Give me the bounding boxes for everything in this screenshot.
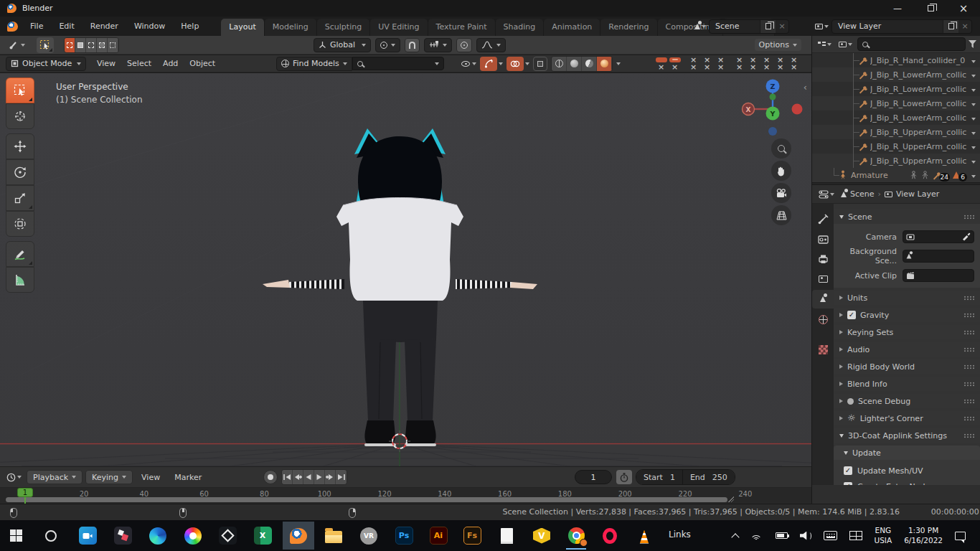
panel-update[interactable]: Update — [834, 446, 980, 460]
outliner-search-input[interactable] — [857, 37, 966, 51]
outliner-item[interactable]: J_Bip_R_LowerArm_collic — [812, 67, 980, 82]
outliner-item-armature[interactable]: Armature 24 6 — [812, 168, 980, 182]
falloff-dropdown[interactable] — [476, 38, 506, 52]
current-frame-marker[interactable]: 1 — [17, 488, 33, 497]
shading-dropdown[interactable] — [616, 62, 621, 65]
tab-shading[interactable]: Shading — [496, 19, 545, 36]
select-mode-invert[interactable] — [97, 38, 108, 52]
navigation-gizmo[interactable]: Z X Y — [740, 75, 809, 144]
checkbox[interactable]: ✓ — [844, 466, 852, 475]
timeline-menu-marker[interactable]: Marker — [169, 471, 207, 484]
snap-toggle-button[interactable] — [405, 38, 420, 52]
outliner-item[interactable]: J_Bip_R_LowerArm_collic — [812, 96, 980, 110]
menu-render[interactable]: Render — [84, 19, 125, 34]
camera-view-button[interactable] — [771, 183, 791, 203]
tab-animation[interactable]: Animation — [544, 19, 600, 36]
tool-rotate[interactable] — [6, 159, 34, 185]
zoom-button[interactable] — [771, 138, 791, 159]
drag-dots[interactable] — [963, 313, 974, 318]
taskbar-excel[interactable]: X — [247, 522, 278, 550]
panel-gravity[interactable]: ✓Gravity — [834, 308, 980, 322]
timeline-menu-playback[interactable]: Playback — [27, 470, 83, 484]
taskbar-paint-app[interactable] — [107, 522, 138, 550]
checkbox[interactable]: ✓ — [844, 482, 852, 485]
active-clip-field[interactable] — [903, 269, 974, 282]
select-mode-extend[interactable] — [75, 38, 86, 52]
timeline-editor-type-button[interactable] — [4, 471, 24, 484]
layer-column-5[interactable]: ×× — [714, 57, 727, 71]
menu-file[interactable]: File — [24, 19, 50, 34]
shading-wireframe-button[interactable] — [552, 57, 567, 71]
jump-to-end-button[interactable] — [336, 470, 347, 484]
auto-keying-button[interactable] — [263, 470, 278, 484]
action-center-icon[interactable] — [955, 532, 966, 540]
taskbar-unity[interactable] — [212, 522, 243, 550]
panel-units[interactable]: Units — [834, 291, 980, 305]
drag-dots[interactable] — [963, 347, 974, 352]
cortana-button[interactable] — [35, 522, 67, 550]
unlink-scene-button[interactable]: × — [776, 20, 788, 33]
gizmos-toggle[interactable] — [480, 57, 497, 71]
tab-texture[interactable] — [812, 340, 834, 359]
menu-edit[interactable]: Edit — [52, 19, 80, 34]
outliner-item[interactable]: J_Bip_R_UpperArm_collic — [812, 125, 980, 139]
tab-rendering[interactable]: Rendering — [600, 19, 657, 36]
view-layer-selector[interactable]: View Layer × — [831, 19, 972, 34]
minimize-button[interactable]: — — [881, 0, 914, 17]
options-dropdown[interactable]: Options — [755, 39, 801, 51]
next-keyframe-button[interactable] — [325, 470, 336, 484]
use-preview-range-button[interactable] — [616, 470, 632, 484]
timeline-scrollbar[interactable] — [6, 497, 727, 502]
play-reverse-button[interactable] — [303, 470, 314, 484]
drag-dots[interactable] — [963, 416, 974, 421]
viewport-menu-add[interactable]: Add — [158, 57, 183, 70]
viewport-3d[interactable]: User Perspective (1) Scene Collection — [0, 73, 811, 466]
properties-editor-type-button[interactable] — [816, 189, 837, 200]
tab-sculpting[interactable]: Sculpting — [317, 19, 370, 36]
breadcrumb-view-layer[interactable]: View Layer — [896, 189, 939, 199]
viewport-menu-object[interactable]: Object — [184, 57, 220, 70]
panel-scene[interactable]: Scene — [834, 209, 980, 224]
play-button[interactable] — [314, 470, 325, 484]
outliner-filter-id-dropdown[interactable] — [837, 40, 854, 49]
taskbar-edge[interactable] — [142, 522, 174, 550]
resize-grip[interactable] — [728, 496, 734, 502]
timeline-menu-keying[interactable]: Keying — [85, 470, 133, 484]
taskbar-vlc[interactable] — [628, 522, 660, 550]
outliner-item[interactable]: J_Bip_R_Hand_collider_0 — [812, 53, 980, 67]
tab-world[interactable] — [812, 310, 834, 329]
tab-scene[interactable] — [812, 290, 834, 309]
taskbar-chrome[interactable] — [560, 522, 592, 550]
new-view-layer-button[interactable] — [943, 20, 958, 33]
outliner-item[interactable]: J_Bip_R_LowerArm_collic — [812, 82, 980, 96]
tab-output[interactable] — [812, 250, 834, 268]
taskbar-blender-active[interactable] — [283, 522, 314, 550]
outliner-item[interactable]: J_Bip_R_UpperArm_collic — [812, 154, 980, 168]
language-indicator[interactable]: ENG USIA — [875, 526, 892, 545]
drag-dots[interactable] — [963, 296, 974, 301]
links-toolbar[interactable]: Links — [669, 529, 691, 540]
drag-dots[interactable] — [963, 364, 974, 369]
drag-dots[interactable] — [963, 215, 974, 220]
taskbar-illustrator[interactable]: Ai — [423, 522, 454, 550]
layer-column-2[interactable]: × — [668, 57, 682, 71]
drag-dots[interactable] — [963, 382, 974, 387]
panel-keying-sets[interactable]: Keying Sets — [834, 325, 980, 339]
layer-column-6[interactable]: ×× — [732, 57, 746, 71]
tool-move[interactable] — [6, 133, 34, 159]
select-mode-intersect[interactable] — [108, 38, 118, 52]
tab-uv-editing[interactable]: UV Editing — [370, 19, 428, 36]
start-button[interactable] — [0, 522, 32, 550]
new-scene-button[interactable] — [760, 20, 776, 33]
taskbar-file-explorer[interactable] — [318, 522, 349, 550]
layer-column-7[interactable]: ×× — [746, 57, 760, 71]
menu-help[interactable]: Help — [174, 19, 205, 34]
taskbar-vroid[interactable]: VR — [353, 522, 385, 550]
panel-audio[interactable]: Audio — [834, 342, 980, 357]
tab-tool[interactable] — [812, 209, 834, 228]
scene-selector[interactable]: Scene × — [709, 19, 789, 34]
outliner-item[interactable]: J_Bip_R_LowerArm_collic — [812, 110, 980, 125]
pivot-point-dropdown[interactable] — [375, 38, 400, 52]
layer-column-10[interactable]: ×× — [787, 57, 801, 71]
tool-measure[interactable] — [6, 267, 34, 293]
